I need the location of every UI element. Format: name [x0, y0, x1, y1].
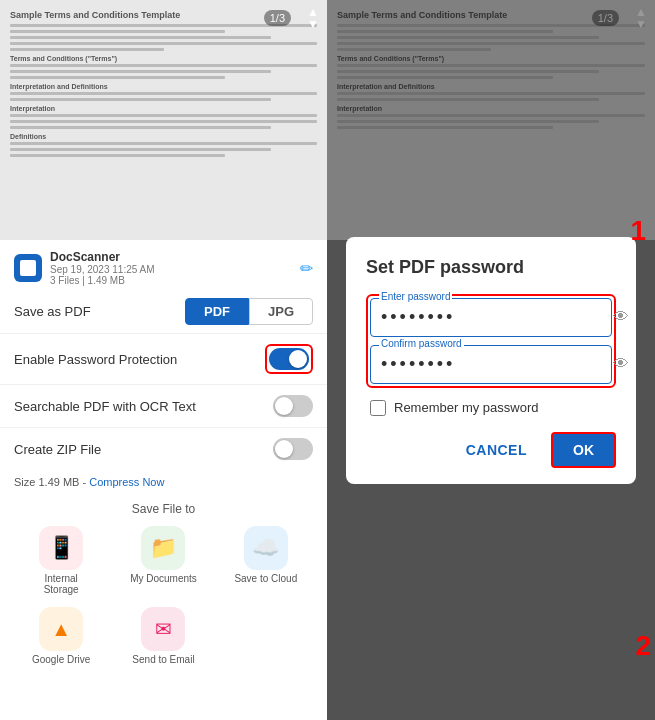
sheet-meta-left: DocScanner Sep 19, 2023 11:25 AM 3 Files…	[50, 250, 300, 286]
app-icon-left	[14, 254, 42, 282]
step-number-2: 2	[635, 630, 651, 662]
remember-label: Remember my password	[394, 400, 539, 415]
password-eye-icon[interactable]: 👁	[613, 308, 629, 326]
confirm-password-wrapper: Confirm password 👁	[370, 345, 612, 384]
send-email-left[interactable]: ✉ Send to Email	[128, 607, 198, 665]
zip-toggle[interactable]	[273, 438, 313, 460]
password-toggle[interactable]	[269, 348, 309, 370]
doc-nav-left[interactable]: ▲ ▼	[307, 6, 319, 30]
dialog-buttons: CANCEL OK	[366, 432, 616, 468]
dialog-title: Set PDF password	[366, 257, 616, 278]
option-password: Enable Password Protection	[0, 333, 327, 384]
send-email-icon-left: ✉	[141, 607, 185, 651]
page-counter-left: 1/3	[264, 10, 291, 26]
dialog-overlay: 1 Set PDF password Enter password 👁 Conf…	[327, 0, 655, 720]
ocr-toggle[interactable]	[273, 395, 313, 417]
save-to-cloud-icon-left: ☁️	[244, 526, 288, 570]
save-to-cloud-left[interactable]: ☁️ Save to Cloud	[231, 526, 301, 595]
size-row: Size 1.49 MB - Compress Now	[0, 470, 327, 494]
compress-now-link[interactable]: Compress Now	[89, 476, 164, 488]
password-toggle-wrapper	[265, 344, 313, 374]
option-ocr: Searchable PDF with OCR Text	[0, 384, 327, 427]
enter-password-label: Enter password	[379, 291, 452, 302]
send-email-label-left: Send to Email	[132, 654, 194, 665]
sheet-header-left: DocScanner Sep 19, 2023 11:25 AM 3 Files…	[0, 240, 327, 290]
password-input-group: Enter password 👁 Confirm password 👁	[366, 294, 616, 388]
enter-password-input[interactable]	[381, 307, 613, 328]
save-to-cloud-label-left: Save to Cloud	[234, 573, 297, 584]
jpg-button[interactable]: JPG	[249, 298, 313, 325]
format-buttons: PDF JPG	[185, 298, 313, 325]
ocr-option-label: Searchable PDF with OCR Text	[14, 399, 196, 414]
date-time: Sep 19, 2023 11:25 AM	[50, 264, 300, 275]
google-drive-icon-left: ▲	[39, 607, 83, 651]
pdf-password-dialog: 1 Set PDF password Enter password 👁 Conf…	[346, 237, 636, 484]
internal-storage-icon-left: 📱	[39, 526, 83, 570]
ok-button[interactable]: OK	[551, 432, 616, 468]
google-drive-left[interactable]: ▲ Google Drive	[26, 607, 96, 665]
size-text: Size 1.49 MB -	[14, 476, 89, 488]
cancel-button[interactable]: CANCEL	[450, 432, 543, 468]
doc-preview-left: Sample Terms and Conditions Template Ter…	[0, 0, 327, 240]
right-panel: Sample Terms and Conditions Template Ter…	[327, 0, 655, 720]
confirm-password-label: Confirm password	[379, 338, 464, 349]
internal-storage-left[interactable]: 📱 Internal Storage	[26, 526, 96, 595]
password-option-label: Enable Password Protection	[14, 352, 177, 367]
left-panel: Sample Terms and Conditions Template Ter…	[0, 0, 327, 720]
format-row-left: Save as PDF PDF JPG	[0, 290, 327, 333]
save-as-label: Save as PDF	[14, 304, 91, 319]
my-documents-label-left: My Documents	[130, 573, 197, 584]
file-meta: 3 Files | 1.49 MB	[50, 275, 300, 286]
save-file-label-left: Save File to	[0, 494, 327, 520]
file-icons-row2-left: ▲ Google Drive ✉ Send to Email	[0, 601, 327, 671]
zip-option-label: Create ZIP File	[14, 442, 101, 457]
file-icons-row1-left: 📱 Internal Storage 📁 My Documents ☁️ Sav…	[0, 520, 327, 601]
remember-row: Remember my password	[366, 400, 616, 416]
internal-storage-label-left: Internal Storage	[26, 573, 96, 595]
edit-icon[interactable]: ✏	[300, 259, 313, 278]
remember-checkbox[interactable]	[370, 400, 386, 416]
enter-password-wrapper: Enter password 👁	[370, 298, 612, 337]
my-documents-icon-left: 📁	[141, 526, 185, 570]
google-drive-label-left: Google Drive	[32, 654, 90, 665]
confirm-password-input[interactable]	[381, 354, 613, 375]
step-number-1: 1	[630, 215, 646, 247]
app-name: DocScanner	[50, 250, 300, 264]
pdf-button[interactable]: PDF	[185, 298, 249, 325]
option-zip: Create ZIP File	[0, 427, 327, 470]
confirm-eye-icon[interactable]: 👁	[613, 355, 629, 373]
my-documents-left[interactable]: 📁 My Documents	[128, 526, 198, 595]
